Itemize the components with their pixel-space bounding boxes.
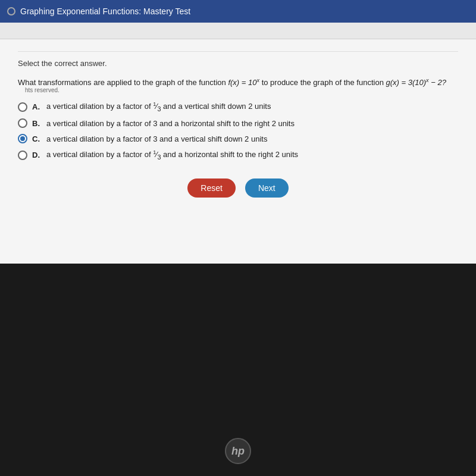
option-a[interactable]: A. a vertical dilation by a factor of 1⁄… xyxy=(18,101,458,112)
hp-text: hp xyxy=(231,445,245,458)
option-c-letter: C. xyxy=(32,134,43,143)
question-text-middle: to produce the graph of the function xyxy=(262,78,386,87)
bottom-bar: hp xyxy=(0,264,476,476)
page-title: Graphing Exponential Functions: Mastery … xyxy=(20,7,469,16)
question-text-before: What transformations are applied to the … xyxy=(18,78,226,87)
option-b-letter: B. xyxy=(32,119,43,128)
hp-logo: hp xyxy=(225,438,251,464)
g-function: g(x) = 3(10)x − 2? xyxy=(386,78,446,87)
rights-text: hts reserved. xyxy=(25,87,60,93)
option-a-letter: A. xyxy=(32,102,43,111)
question-instruction: Select the correct answer. xyxy=(18,59,458,68)
radio-a[interactable] xyxy=(18,102,27,112)
radio-c[interactable] xyxy=(18,134,27,143)
radio-d[interactable] xyxy=(18,151,27,160)
option-d[interactable]: D. a vertical dilation by a factor of 1⁄… xyxy=(18,149,458,161)
main-content: Select the correct answer. What transfor… xyxy=(0,39,476,264)
radio-b[interactable] xyxy=(18,118,27,128)
option-d-text: a vertical dilation by a factor of 1⁄3 a… xyxy=(46,149,298,161)
action-buttons: Reset Next xyxy=(18,178,458,198)
option-c-text: a vertical dilation by a factor of 3 and… xyxy=(46,134,267,143)
f-exponent: x xyxy=(256,77,259,83)
tab-icon xyxy=(7,7,15,15)
option-b-text: a vertical dilation by a factor of 3 and… xyxy=(46,119,295,128)
f-function: f(x) = 10x xyxy=(228,78,261,87)
reset-button[interactable]: Reset xyxy=(187,178,236,198)
next-button[interactable]: Next xyxy=(245,178,289,198)
browser-toolbar: Graphing Exponential Functions: Mastery … xyxy=(0,0,476,23)
g-exponent: x xyxy=(426,77,429,83)
question-text: What transformations are applied to the … xyxy=(18,76,458,89)
option-c[interactable]: C. a vertical dilation by a factor of 3 … xyxy=(18,134,458,143)
answer-options: A. a vertical dilation by a factor of 1⁄… xyxy=(18,101,458,161)
divider xyxy=(18,51,458,52)
option-b[interactable]: B. a vertical dilation by a factor of 3 … xyxy=(18,118,458,128)
option-d-letter: D. xyxy=(32,151,43,159)
sub-navbar xyxy=(0,23,476,39)
radio-c-inner xyxy=(20,136,25,141)
option-a-text: a vertical dilation by a factor of 1⁄3 a… xyxy=(46,101,271,112)
